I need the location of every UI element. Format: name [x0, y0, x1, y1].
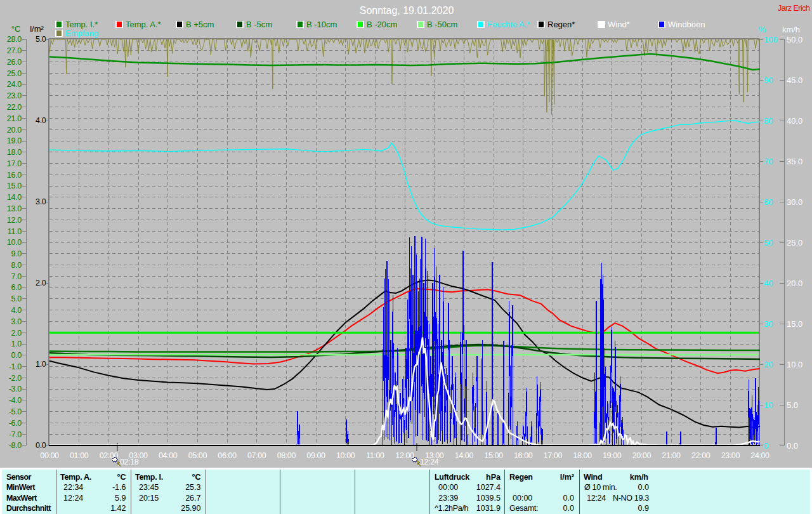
svg-text:30: 30 [764, 319, 773, 329]
svg-text:B -5cm: B -5cm [246, 20, 272, 29]
svg-text:18:00: 18:00 [573, 451, 592, 460]
svg-text:21.0: 21.0 [7, 114, 22, 123]
svg-text:5.0: 5.0 [787, 400, 798, 410]
svg-text:3.0: 3.0 [11, 317, 22, 326]
svg-text:Temp. A.: Temp. A. [60, 473, 91, 482]
svg-text:04:00: 04:00 [159, 451, 178, 460]
svg-text:0.0: 0.0 [638, 483, 649, 492]
svg-text:00:00: 00:00 [438, 483, 458, 492]
svg-text:8.0: 8.0 [11, 261, 22, 270]
svg-text:-1.6: -1.6 [112, 483, 126, 492]
svg-text:15.0: 15.0 [7, 181, 22, 190]
svg-text:-3.0: -3.0 [9, 385, 22, 393]
svg-text:Luftdruck: Luftdruck [435, 473, 469, 482]
svg-text:l/m²: l/m² [30, 24, 44, 34]
svg-text:Regen: Regen [509, 473, 533, 482]
svg-text:100: 100 [764, 35, 778, 44]
svg-text:23:39: 23:39 [438, 494, 458, 503]
svg-text:km/h: km/h [782, 25, 800, 34]
svg-text:0.0: 0.0 [563, 504, 574, 513]
svg-text:20:00: 20:00 [632, 451, 652, 460]
svg-text:80: 80 [764, 116, 773, 126]
svg-text:10.0: 10.0 [787, 360, 802, 369]
svg-text:1.0: 1.0 [36, 360, 46, 369]
svg-text:°C: °C [11, 24, 21, 34]
svg-text:hPa: hPa [486, 473, 501, 482]
svg-text:1.42: 1.42 [110, 504, 126, 513]
svg-text:MinWert: MinWert [6, 483, 36, 492]
svg-text:5.0: 5.0 [11, 294, 22, 303]
svg-text:°C: °C [117, 473, 126, 482]
svg-text:0: 0 [764, 441, 768, 451]
svg-text:25.90: 25.90 [181, 504, 200, 513]
svg-text:-7.0: -7.0 [9, 430, 22, 439]
svg-text:19:00: 19:00 [603, 451, 622, 460]
svg-text:0.0: 0.0 [36, 441, 46, 450]
svg-text:9.0: 9.0 [11, 249, 22, 258]
svg-text:02:18: 02:18 [120, 458, 139, 466]
svg-text:00:00: 00:00 [40, 451, 59, 460]
svg-text:Durchschnitt: Durchschnitt [6, 504, 51, 513]
svg-text:0.0: 0.0 [563, 494, 574, 503]
svg-text:17:00: 17:00 [544, 451, 563, 460]
svg-text:B -50cm: B -50cm [427, 20, 457, 29]
svg-text:5.0: 5.0 [36, 35, 46, 44]
svg-text:15.0: 15.0 [787, 319, 802, 329]
svg-text:B -10cm: B -10cm [306, 20, 337, 29]
svg-text:-2.0: -2.0 [9, 374, 22, 383]
svg-text:23:00: 23:00 [721, 451, 740, 460]
svg-text:1031.9: 1031.9 [476, 504, 501, 513]
svg-text:10.0: 10.0 [7, 238, 22, 247]
svg-text:l/m²: l/m² [560, 473, 574, 482]
svg-text:26.0: 26.0 [7, 58, 22, 67]
svg-text:4.0: 4.0 [11, 306, 22, 315]
svg-text:km/h: km/h [630, 473, 648, 482]
svg-text:0.9: 0.9 [638, 504, 649, 513]
svg-text:2.0: 2.0 [11, 329, 22, 338]
svg-text:24.0: 24.0 [7, 80, 22, 89]
svg-text:Wind*: Wind* [608, 20, 630, 29]
svg-text:70: 70 [764, 157, 773, 166]
svg-text:6.0: 6.0 [11, 283, 22, 292]
svg-text:40.0: 40.0 [787, 116, 802, 126]
svg-text:-5.0: -5.0 [9, 407, 22, 416]
svg-text:10:00: 10:00 [336, 451, 355, 460]
svg-text:1.0: 1.0 [11, 339, 22, 348]
svg-text:Windböen: Windböen [668, 20, 705, 29]
svg-text:20.0: 20.0 [787, 279, 802, 288]
svg-text:21:00: 21:00 [662, 451, 681, 460]
svg-text:Feuchte A.*: Feuchte A.* [487, 20, 530, 29]
svg-text:5.9: 5.9 [115, 494, 126, 503]
svg-text:27.0: 27.0 [7, 46, 22, 55]
svg-text:4.0: 4.0 [36, 116, 46, 125]
svg-text:16.0: 16.0 [7, 171, 22, 180]
svg-text:50: 50 [764, 238, 773, 247]
svg-text:24:00: 24:00 [750, 451, 769, 460]
svg-text:18.0: 18.0 [7, 148, 22, 157]
svg-text:25.0: 25.0 [7, 69, 22, 78]
svg-text:Empfang: Empfang [65, 29, 98, 38]
svg-text:1027.4: 1027.4 [476, 483, 501, 492]
svg-text:Ø 10 min.: Ø 10 min. [584, 483, 617, 492]
svg-text:Temp. A.*: Temp. A.* [126, 20, 161, 29]
svg-text:1039.5: 1039.5 [476, 494, 501, 503]
svg-text:00:00: 00:00 [513, 494, 532, 503]
svg-text:3.0: 3.0 [36, 197, 46, 206]
svg-text:14.0: 14.0 [7, 193, 22, 202]
svg-text:Jarz Erich: Jarz Erich [778, 4, 810, 13]
svg-text:16:00: 16:00 [514, 451, 533, 460]
svg-text:12:24: 12:24 [63, 494, 83, 503]
svg-text:26.7: 26.7 [185, 494, 200, 503]
svg-text:07:00: 07:00 [247, 451, 266, 460]
svg-text:12:00: 12:00 [395, 451, 414, 460]
svg-text:22.0: 22.0 [7, 103, 22, 112]
svg-text:22:34: 22:34 [63, 483, 83, 492]
svg-text:-4.0: -4.0 [9, 396, 22, 405]
svg-text:05:00: 05:00 [188, 451, 207, 460]
svg-text:06:00: 06:00 [218, 451, 237, 460]
svg-text:11.0: 11.0 [8, 227, 22, 236]
svg-text:15:00: 15:00 [484, 451, 503, 460]
svg-text:12.0: 12.0 [7, 216, 22, 225]
svg-text:28.0: 28.0 [7, 35, 22, 44]
svg-text:Sonntag, 19.01.2020: Sonntag, 19.01.2020 [360, 5, 454, 16]
